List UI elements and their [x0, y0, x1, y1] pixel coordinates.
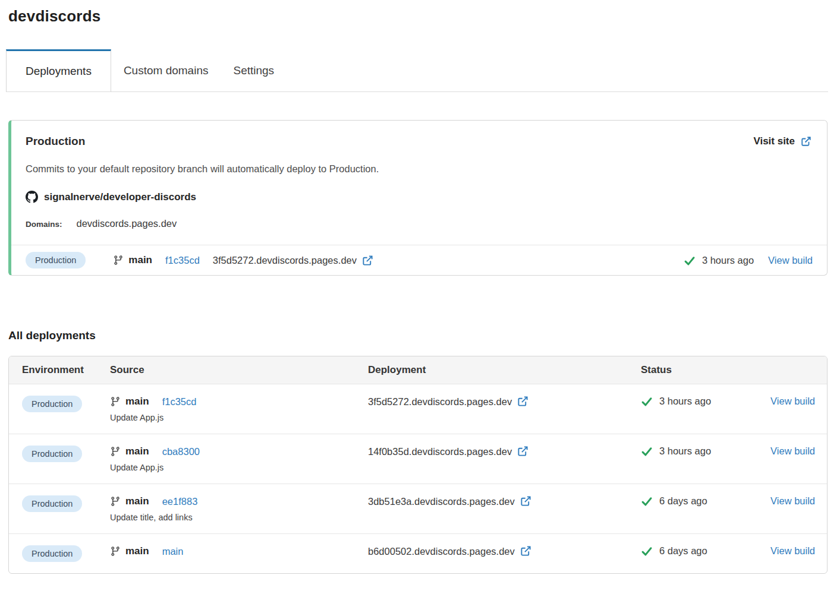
- commit-link[interactable]: main: [162, 546, 184, 557]
- environment-badge: Production: [22, 396, 82, 412]
- column-header-environment: Environment: [9, 356, 102, 384]
- status-time: 3 hours ago: [659, 396, 711, 407]
- tab-custom-domains[interactable]: Custom domains: [111, 49, 221, 91]
- branch-name: main: [125, 495, 149, 507]
- column-header-deployment: Deployment: [360, 356, 633, 384]
- view-build-link[interactable]: View build: [770, 545, 815, 556]
- branch-name: main: [125, 396, 149, 407]
- production-deployment-row: Production main f1c35cd 3f5d5272.devdisc…: [11, 245, 827, 275]
- commit-link[interactable]: ee1f883: [162, 496, 198, 507]
- status-time: 6 days ago: [659, 495, 707, 507]
- column-header-source: Source: [102, 356, 360, 384]
- column-header-actions: [755, 356, 827, 384]
- git-branch-icon: [113, 255, 124, 266]
- deployment-url: 3f5d5272.devdiscords.pages.dev: [368, 396, 512, 407]
- deployment-url: 3f5d5272.devdiscords.pages.dev: [213, 255, 357, 266]
- git-branch-icon: [110, 496, 121, 507]
- commit-message: Update App.js: [110, 463, 360, 472]
- git-branch-icon: [110, 446, 121, 457]
- view-build-link[interactable]: View build: [770, 396, 815, 406]
- commit-link[interactable]: f1c35cd: [162, 396, 197, 407]
- deployment-url: b6d00502.devdiscords.pages.dev: [368, 546, 515, 557]
- status-time: 3 hours ago: [702, 255, 754, 266]
- table-row: Production main f1c35cd Update App.js 3f…: [9, 384, 827, 434]
- repository-name: signalnerve/developer-discords: [44, 191, 196, 203]
- check-icon: [641, 496, 652, 506]
- deployments-table: Environment Source Deployment Status Pro…: [8, 356, 828, 574]
- table-row: Production main ee1f883 Update title, ad…: [9, 484, 827, 534]
- view-build-link[interactable]: View build: [770, 446, 815, 456]
- commit-message: Update App.js: [110, 413, 360, 422]
- environment-badge: Production: [22, 545, 82, 562]
- environment-badge: Production: [26, 252, 86, 268]
- git-branch-icon: [110, 546, 121, 557]
- production-description: Commits to your default repository branc…: [26, 163, 811, 175]
- table-header-row: Environment Source Deployment Status: [9, 356, 827, 384]
- external-link-icon[interactable]: [520, 495, 531, 507]
- commit-message: Update title, add links: [110, 513, 360, 522]
- view-build-link[interactable]: View build: [770, 495, 815, 506]
- external-link-icon: [801, 136, 811, 147]
- status-time: 6 days ago: [659, 545, 707, 557]
- check-icon: [641, 546, 652, 556]
- tab-bar: Deployments Custom domains Settings: [6, 49, 828, 92]
- branch-name: main: [125, 545, 149, 557]
- commit-link[interactable]: f1c35cd: [165, 255, 200, 266]
- deployment-url: 14f0b35d.devdiscords.pages.dev: [368, 446, 512, 457]
- check-icon: [641, 396, 652, 406]
- environment-badge: Production: [22, 495, 82, 512]
- table-row: Production main cba8300 Update App.js 14…: [9, 434, 827, 484]
- external-link-icon[interactable]: [517, 446, 528, 457]
- pages-project-page: devdiscords Deployments Custom domains S…: [0, 0, 840, 616]
- column-header-status: Status: [633, 356, 755, 384]
- check-icon: [641, 446, 652, 456]
- check-icon: [684, 255, 695, 266]
- commit-link[interactable]: cba8300: [162, 446, 200, 457]
- all-deployments-heading: All deployments: [8, 329, 828, 342]
- production-card: Production Visit site Commits to your de…: [8, 120, 828, 276]
- branch-name: main: [128, 254, 152, 266]
- tab-settings[interactable]: Settings: [221, 49, 287, 91]
- branch-name: main: [125, 446, 149, 457]
- visit-site-link[interactable]: Visit site: [753, 135, 811, 147]
- page-title: devdiscords: [8, 7, 828, 26]
- table-row: Production main main b6d00502.devdiscord…: [9, 534, 827, 573]
- tab-deployments[interactable]: Deployments: [6, 49, 111, 91]
- external-link-icon[interactable]: [520, 545, 531, 557]
- status-time: 3 hours ago: [659, 446, 711, 457]
- external-link-icon[interactable]: [517, 396, 528, 407]
- environment-badge: Production: [22, 446, 82, 462]
- github-icon: [26, 191, 38, 203]
- domains-value: devdiscords.pages.dev: [77, 218, 177, 229]
- domains-label: Domains:: [26, 220, 62, 229]
- visit-site-label: Visit site: [753, 135, 795, 147]
- git-branch-icon: [110, 396, 121, 407]
- production-card-title: Production: [26, 135, 85, 148]
- external-link-icon[interactable]: [362, 255, 373, 266]
- view-build-link[interactable]: View build: [768, 255, 813, 266]
- deployment-url: 3db51e3a.devdiscords.pages.dev: [368, 496, 515, 507]
